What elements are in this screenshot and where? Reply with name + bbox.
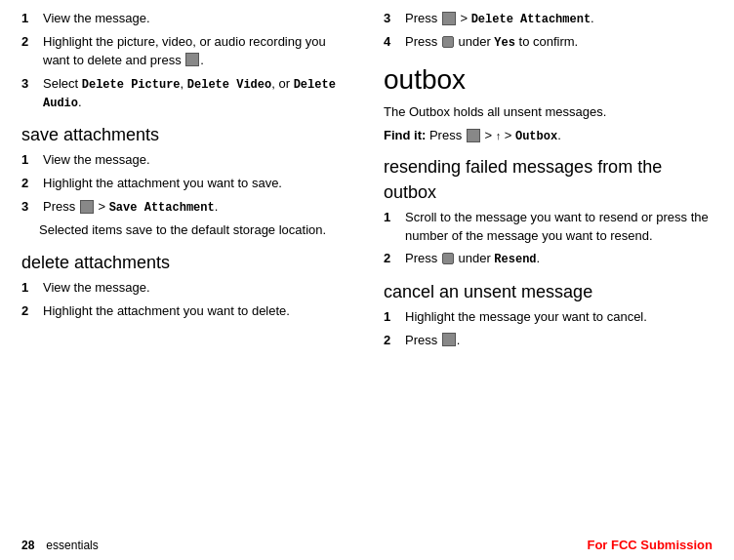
cancel-heading: cancel an unsent message [384, 279, 716, 304]
item-text: Highlight the attachment you want to sav… [43, 175, 348, 193]
list-item: 2 Highlight the picture, video, or audio… [21, 33, 348, 70]
bold-text: Delete Attachment [471, 13, 591, 26]
bold-text: Outbox [515, 130, 557, 143]
item-text: Press under Resend. [405, 250, 716, 268]
bold-text: Delete Picture [82, 78, 181, 92]
bold-text: Resend [494, 253, 536, 266]
fcc-label: For FCC Submission [587, 538, 713, 552]
page-container: 1 View the message. 2 Highlight the pict… [0, 0, 734, 560]
menu-icon [442, 333, 456, 346]
item-number: 2 [384, 332, 401, 350]
delete-attach-steps: 3 Press > Delete Attachment. 4 Press und… [384, 10, 716, 53]
item-number: 3 [384, 10, 401, 28]
item-text: Highlight the picture, video, or audio r… [43, 33, 348, 70]
item-text: Highlight the message your want to cance… [405, 308, 716, 327]
item-text: Press . [405, 332, 716, 350]
item-number: 1 [21, 10, 39, 28]
list-item: 4 Press under Yes to confirm. [384, 33, 716, 52]
resend-heading: resending failed messages from the outbo… [384, 154, 716, 205]
list-item: 1 View the message. [21, 10, 348, 28]
item-number: 3 [21, 75, 39, 94]
list-item: 2 Highlight the attachment you want to d… [21, 302, 348, 321]
bold-text: Yes [494, 36, 515, 50]
item-text: Press under Yes to confirm. [405, 33, 716, 52]
list-item: 2 Press under Resend. [384, 250, 716, 268]
bold-text: Save Attachment [109, 201, 215, 215]
item-number: 1 [384, 209, 401, 227]
softkey-icon [442, 36, 454, 48]
outbox-heading: outbox [384, 60, 716, 100]
list-item: 3 Select Delete Picture, Delete Video, o… [21, 75, 348, 113]
page-number: 28 [21, 539, 34, 552]
item-number: 3 [21, 198, 39, 217]
list-item: 3 Press > Save Attachment. [21, 198, 348, 217]
menu-icon [185, 53, 199, 66]
delete-attachments-section: delete attachments 1 View the message. 2… [21, 250, 348, 321]
list-item: 3 Press > Delete Attachment. [384, 10, 716, 28]
section-heading-save: save attachments [21, 122, 348, 147]
list-item: 1 View the message. [21, 151, 348, 170]
item-text: View the message. [43, 151, 348, 170]
item-text: Press > Save Attachment. [43, 198, 348, 217]
list-item: 1 Scroll to the message you want to rese… [384, 209, 716, 246]
footer: 28 essentials For FCC Submission [0, 539, 734, 552]
left-column: 1 View the message. 2 Highlight the pict… [0, 10, 366, 550]
item-text: View the message. [43, 10, 348, 28]
menu-icon [442, 12, 456, 25]
find-it-label: Find it: [384, 128, 426, 142]
item-number: 1 [21, 151, 39, 170]
intro-section: 1 View the message. 2 Highlight the pict… [21, 10, 348, 112]
item-number: 2 [21, 302, 39, 321]
find-it-line: Find it: Press > ↑ > Outbox. [384, 127, 716, 145]
item-text: Scroll to the message you want to resend… [405, 209, 716, 246]
resending-section: resending failed messages from the outbo… [384, 154, 716, 269]
softkey-icon [442, 253, 454, 264]
item-text: Select Delete Picture, Delete Video, or … [43, 75, 348, 113]
menu-icon [467, 129, 480, 142]
item-number: 1 [384, 308, 401, 327]
list-item: 2 Press . [384, 332, 716, 350]
item-number: 2 [384, 250, 401, 268]
bold-text: Delete Video [187, 78, 271, 92]
item-number: 4 [384, 33, 401, 52]
item-number: 2 [21, 33, 39, 52]
item-number: 2 [21, 175, 39, 193]
list-item: 1 Highlight the message your want to can… [384, 308, 716, 327]
menu-icon [80, 200, 94, 214]
list-item: 2 Highlight the attachment you want to s… [21, 175, 348, 193]
list-item: 1 View the message. [21, 279, 348, 298]
footer-label: essentials [46, 539, 98, 552]
right-column: 3 Press > Delete Attachment. 4 Press und… [366, 10, 734, 550]
note-text: Selected items save to the default stora… [39, 221, 348, 240]
section-heading-delete: delete attachments [21, 250, 348, 275]
item-text: Highlight the attachment you want to del… [43, 302, 348, 321]
item-text: View the message. [43, 279, 348, 298]
cancel-section: cancel an unsent message 1 Highlight the… [384, 279, 716, 350]
item-number: 1 [21, 279, 39, 298]
item-text: Press > Delete Attachment. [405, 10, 716, 28]
outbox-description: The Outbox holds all unsent messages. [384, 103, 716, 122]
arrow-icon: ↑ [496, 129, 502, 144]
save-attachments-section: save attachments 1 View the message. 2 H… [21, 122, 348, 240]
